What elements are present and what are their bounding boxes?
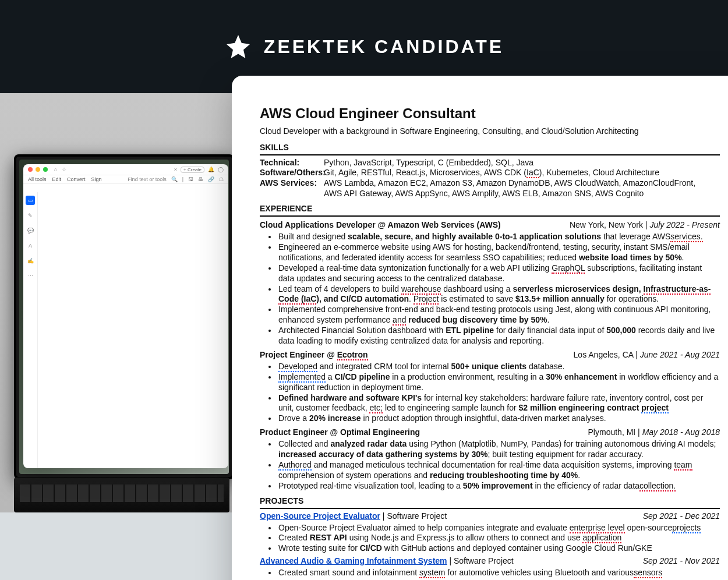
divider: |	[182, 176, 183, 182]
list-item: Architected Financial Solution dashboard…	[277, 326, 720, 346]
save-icon[interactable]: 🖫	[188, 176, 193, 182]
list-item: Wrote testing suite for CI/CD with GitHu…	[277, 543, 720, 554]
resume-title: AWS Cloud Engineer Consultant	[260, 105, 720, 123]
app-toolbar: All tools Edit Convert Sign Find text or…	[23, 175, 228, 184]
menu-convert[interactable]: Convert	[67, 176, 86, 182]
job3-bullets: Collected and analyzed radar data using …	[260, 439, 720, 491]
list-item: Developed a real-time data syntonization…	[277, 263, 720, 284]
account-icon[interactable]: ◯	[218, 167, 224, 172]
resume-document: AWS Cloud Engineer Consultant Cloud Deve…	[232, 76, 728, 580]
menu-sign[interactable]: Sign	[91, 176, 102, 182]
list-item: Developed and integrated CRM tool for in…	[277, 362, 720, 372]
job3-header: Product Engineer @ Optimal Engineering P…	[260, 427, 720, 438]
resume-summary: Cloud Developer with a background in Sof…	[260, 126, 720, 137]
search-icon[interactable]: 🔍	[171, 176, 178, 182]
experience-heading: EXPERIENCE	[260, 204, 720, 217]
window-close-dot[interactable]	[28, 167, 33, 172]
job2-title: Project Engineer @ Ecotron	[260, 350, 368, 360]
project1-bullets: Open-Source Project Evaluator aimed to h…	[260, 523, 720, 554]
list-item: Prototyped real-time visualization tool,…	[277, 481, 720, 491]
more-tools[interactable]: ⋯	[26, 271, 35, 281]
print-icon[interactable]: 🖶	[198, 176, 203, 182]
list-item: Drove a 20% increase in product adoption…	[277, 413, 720, 424]
job3-title: Product Engineer @ Optimal Engineering	[260, 427, 420, 438]
laptop-keyboard	[14, 478, 229, 512]
job2-bullets: Developed and integrated CRM tool for in…	[260, 362, 720, 424]
star-logo-icon	[224, 33, 252, 61]
project2-header: Advanced Audio & Gaming Infotainment Sys…	[260, 556, 720, 567]
pen-tool[interactable]: ✎	[26, 211, 35, 220]
job1-title: Cloud Applications Developer @ Amazon We…	[260, 220, 501, 231]
project2-dates: Sep 2021 - Nov 2021	[643, 556, 720, 567]
list-item: Created REST API using Node.js and Expre…	[277, 533, 720, 543]
window-maximize-dot[interactable]	[43, 167, 48, 172]
project1-link[interactable]: Open-Source Project Evaluator	[260, 511, 380, 521]
create-button[interactable]: + Create	[181, 167, 204, 173]
skills-aws: AWS Services: AWS Lambda, Amazon EC2, Am…	[260, 178, 720, 199]
skills-aws-value: AWS Lambda, Amazon EC2, Amazon S3, Amazo…	[324, 178, 695, 199]
skills-software-label: Software/Others:	[260, 168, 320, 178]
link-icon[interactable]: 🔗	[208, 176, 214, 182]
list-item: Authored and managed meticulous technica…	[277, 460, 720, 481]
comment-tool[interactable]: 💬	[26, 226, 35, 235]
tool-sidebar: ▭ ✎ 💬 A ✍ ⋯	[23, 192, 38, 468]
search-label: Find text or tools	[128, 176, 167, 182]
skills-technical-value: Python, JavaScript, Typescript, C (Embed…	[324, 158, 533, 168]
select-tool[interactable]: ▭	[26, 196, 35, 205]
job1-meta: New York, New York | July 2022 - Present	[570, 220, 720, 231]
notification-icon[interactable]: 🔔	[208, 167, 214, 172]
skills-heading: SKILLS	[260, 143, 720, 155]
list-item: Collected and analyzed radar data using …	[277, 439, 720, 460]
tab-close-icon[interactable]: ×	[174, 167, 177, 172]
projects-heading: PROJECTS	[260, 496, 720, 509]
project1-dates: Sep 2021 - Dec 2021	[643, 511, 720, 522]
skills-technical-label: Technical:	[260, 158, 320, 168]
list-item: Engineered an e-commerce website using A…	[277, 242, 720, 263]
menu-all-tools[interactable]: All tools	[28, 176, 47, 182]
list-item: Created smart sound and infotainment sys…	[277, 568, 720, 578]
home-icon[interactable]: ⌂	[54, 167, 57, 172]
window-minimize-dot[interactable]	[36, 167, 40, 172]
list-item: Led team of 4 developers to build wareho…	[277, 284, 720, 305]
job3-meta: Plymouth, MI | May 2018 - Aug 2018	[588, 427, 720, 438]
fill-sign-tool[interactable]: ✍	[26, 256, 35, 266]
list-item: Defined hardware and software KPI's for …	[277, 393, 720, 414]
skills-software-value: Git, Agile, RESTful, React.js, Microserv…	[324, 168, 659, 178]
brand-title: ZEEKTEK CANDIDATE	[264, 36, 504, 58]
skills-technical: Technical: Python, JavaScript, Typescrip…	[260, 158, 720, 168]
star-icon[interactable]: ☆	[62, 167, 66, 172]
window-titlebar: ⌂ ☆ × + Create 🔔 ◯	[23, 164, 228, 175]
project2-link[interactable]: Advanced Audio & Gaming Infotainment Sys…	[260, 556, 447, 565]
project1-header: Open-Source Project Evaluator | Software…	[260, 511, 720, 522]
job1-header: Cloud Applications Developer @ Amazon We…	[260, 220, 720, 231]
job2-header: Project Engineer @ Ecotron Los Angeles, …	[260, 350, 720, 360]
job2-meta: Los Angeles, CA | June 2021 - Aug 2021	[574, 350, 720, 360]
list-item: Implemented a CI/CD pipeline in a produc…	[277, 372, 720, 393]
list-item: Open-Source Project Evaluator aimed to h…	[277, 523, 720, 533]
job1-bullets: Built and designed scalable, secure, and…	[260, 232, 720, 346]
share-icon[interactable]: ☖	[219, 176, 224, 182]
list-item: Implemented comprehensive front-end and …	[277, 305, 720, 326]
project2-bullets: Created smart sound and infotainment sys…	[260, 568, 720, 578]
text-tool[interactable]: A	[26, 241, 35, 250]
skills-software: Software/Others: Git, Agile, RESTful, Re…	[260, 168, 720, 178]
skills-aws-label: AWS Services:	[260, 178, 320, 199]
pdf-viewer-window: ⌂ ☆ × + Create 🔔 ◯ All tools Edit Conver…	[23, 164, 228, 468]
list-item: Built and designed scalable, secure, and…	[277, 232, 720, 242]
menu-edit[interactable]: Edit	[52, 176, 62, 182]
